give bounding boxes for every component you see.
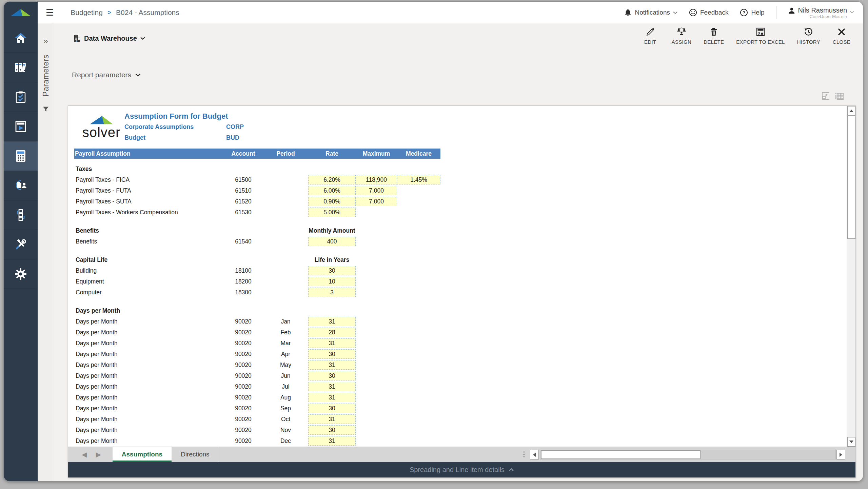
sheet-rows: TaxesPayroll Taxes - FICA615006.20%118,9…: [74, 163, 847, 446]
parameters-panel: » Parameters: [38, 23, 54, 481]
sheet-row: Payroll Taxes - FICA615006.20%118,9001.4…: [74, 174, 847, 185]
column-header-row: Payroll Assumption Account Period Rate M…: [74, 149, 440, 159]
notifications-label: Notifications: [635, 9, 670, 16]
input-cell[interactable]: 31: [308, 436, 356, 446]
main-area: Data Warehouse EDIT: [54, 23, 863, 481]
input-cell[interactable]: 30: [308, 425, 356, 435]
chevron-down-icon: [135, 73, 140, 77]
input-cell[interactable]: 31: [308, 382, 356, 391]
input-cell[interactable]: 31: [308, 317, 356, 326]
help-button[interactable]: ? Help: [740, 8, 764, 17]
input-cell[interactable]: 5.00%: [308, 208, 356, 217]
sheet-row: Building1810030: [74, 265, 847, 276]
pencil-icon: [646, 27, 655, 36]
data-source-dropdown[interactable]: Data Warehouse: [73, 34, 145, 42]
filter-icon[interactable]: [42, 105, 50, 113]
grid-details-icon[interactable]: [835, 92, 844, 100]
input-cell[interactable]: 31: [308, 393, 356, 402]
input-cell[interactable]: 30: [308, 349, 356, 359]
notifications-button[interactable]: Notifications: [624, 8, 677, 17]
scroll-up-button[interactable]: [847, 106, 855, 116]
input-cell[interactable]: 31: [308, 360, 356, 370]
sidebar-item-budgeting[interactable]: [4, 141, 38, 171]
close-button[interactable]: CLOSE: [832, 27, 851, 45]
input-cell[interactable]: 0.90%: [308, 197, 356, 206]
sheet-row: Benefits61540400: [74, 236, 847, 247]
assign-button[interactable]: ASSIGN: [672, 27, 691, 45]
menu-icon[interactable]: ☰: [46, 8, 54, 17]
edit-button[interactable]: EDIT: [641, 27, 659, 45]
excel-export-icon: X: [756, 27, 765, 36]
sheet-row: Days per Month90020Feb28: [74, 327, 847, 338]
horizontal-scroll-thumb[interactable]: [541, 450, 701, 459]
document-user-sync-icon: [14, 180, 27, 191]
horizontal-scrollbar[interactable]: [522, 450, 845, 459]
report-parameters-toggle[interactable]: Report parameters: [72, 71, 140, 79]
vertical-scrollbar[interactable]: [847, 106, 855, 447]
input-cell[interactable]: 28: [308, 328, 356, 337]
history-button[interactable]: HISTORY: [797, 27, 820, 45]
sidebar-item-workflow[interactable]: [4, 171, 38, 200]
close-icon: [837, 27, 846, 36]
breadcrumb: Budgeting > B024 - Assumptions: [71, 8, 179, 17]
sheet-row: Days per Month90020Jul31: [74, 381, 847, 392]
input-cell[interactable]: 7,000: [356, 186, 397, 195]
sheet-row: Days per Month90020Mar31: [74, 338, 847, 349]
tab-nav-left-icon[interactable]: ◀︎: [82, 450, 87, 458]
spreading-details-toggle[interactable]: Spreading and Line item details: [68, 462, 855, 477]
top-bar: ☰ Budgeting > B024 - Assumptions Notific…: [4, 2, 863, 23]
maximize-icon[interactable]: [822, 92, 830, 100]
input-cell[interactable]: 30: [308, 371, 356, 380]
divider: [776, 6, 776, 19]
input-cell[interactable]: 7,000: [356, 197, 397, 206]
section-header-row: Days per Month: [74, 305, 847, 316]
user-menu[interactable]: Nils Rasmussen CorpDemo Master: [788, 6, 854, 19]
tab-nav-right-icon[interactable]: ▶︎: [96, 450, 101, 458]
breadcrumb-root[interactable]: Budgeting: [71, 8, 103, 17]
input-cell[interactable]: 400: [308, 237, 356, 246]
app-logo[interactable]: [4, 2, 38, 23]
sidebar-item-report-archive[interactable]: [4, 53, 38, 82]
feedback-button[interactable]: Feedback: [689, 8, 728, 17]
chevron-down-icon: [673, 11, 677, 14]
input-cell[interactable]: 31: [308, 414, 356, 424]
sheet-tab-assumptions[interactable]: Assumptions: [113, 447, 172, 462]
sidebar-item-assignments[interactable]: [4, 82, 38, 112]
export-to-excel-button[interactable]: X EXPORT TO EXCEL: [736, 27, 785, 45]
binders-icon: [14, 62, 27, 73]
expand-panel-icon[interactable]: »: [43, 36, 48, 46]
column-header: Maximum: [356, 150, 397, 157]
horizontal-scroll-track[interactable]: [540, 450, 836, 459]
sheet-row: Days per Month90020Aug31: [74, 392, 847, 403]
sheet-row: Days per Month90020Jan31: [74, 316, 847, 327]
input-cell[interactable]: 31: [308, 338, 356, 348]
sheet-row: Equipment1820010: [74, 276, 847, 287]
input-cell[interactable]: 30: [308, 404, 356, 413]
input-cell[interactable]: 10: [308, 277, 356, 286]
sheet-tab-directions[interactable]: Directions: [172, 447, 219, 462]
sidebar-item-settings[interactable]: [4, 259, 38, 289]
sidebar-item-reporting[interactable]: [4, 112, 38, 141]
input-cell[interactable]: 6.00%: [308, 186, 356, 195]
scrollbar-grip-icon[interactable]: [522, 451, 525, 458]
input-cell[interactable]: 30: [308, 266, 356, 275]
solver-logo-text: solver: [78, 127, 125, 138]
feedback-label: Feedback: [700, 9, 728, 16]
scroll-right-button[interactable]: [836, 450, 845, 459]
sidebar-item-data-integration[interactable]: [4, 200, 38, 230]
delete-button[interactable]: DELETE: [704, 27, 724, 45]
input-cell[interactable]: 6.20%: [308, 175, 356, 184]
scroll-left-button[interactable]: [530, 450, 539, 459]
parameters-panel-label[interactable]: Parameters: [41, 55, 51, 97]
input-cell[interactable]: 3: [308, 288, 356, 297]
sheet-tabs: AssumptionsDirections: [113, 447, 219, 462]
input-cell[interactable]: 1.45%: [397, 175, 440, 184]
input-cell[interactable]: 118,900: [356, 175, 397, 184]
vertical-scroll-thumb[interactable]: [847, 116, 855, 239]
tools-icon: [15, 238, 27, 251]
sheet-row: Days per Month90020Nov30: [74, 425, 847, 435]
sidebar-item-home[interactable]: [4, 23, 38, 53]
sidebar-item-administration[interactable]: [4, 230, 38, 259]
report-player-icon: [15, 121, 26, 132]
scroll-down-button[interactable]: [847, 437, 855, 447]
